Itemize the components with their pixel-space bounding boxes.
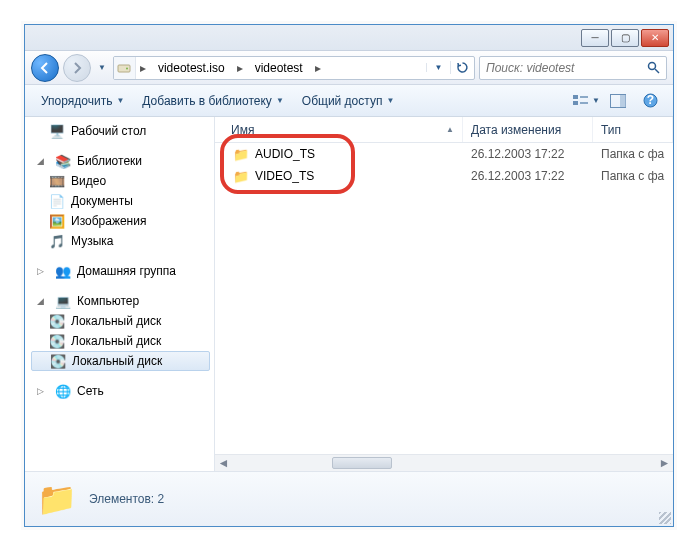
refresh-button[interactable] (450, 61, 474, 74)
tree-music[interactable]: 🎵Музыка (31, 231, 214, 251)
share-button[interactable]: Общий доступ▼ (294, 88, 403, 114)
organize-label: Упорядочить (41, 94, 112, 108)
file-date: 26.12.2003 17:22 (463, 169, 593, 183)
address-bar[interactable]: ▸ videotest.iso ▸ videotest ▸ ▼ (113, 56, 475, 80)
horizontal-scrollbar[interactable]: ◄ ► (215, 454, 673, 471)
file-date: 26.12.2003 17:22 (463, 147, 593, 161)
file-type: Папка с фа (593, 169, 673, 183)
scroll-right-icon[interactable]: ► (656, 455, 673, 472)
preview-pane-button[interactable] (603, 89, 633, 113)
col-date-header[interactable]: Дата изменения (463, 117, 593, 142)
chevron-down-icon: ▼ (276, 96, 284, 105)
scroll-thumb[interactable] (332, 457, 392, 469)
search-icon[interactable] (647, 61, 660, 74)
file-type: Папка с фа (593, 147, 673, 161)
history-dropdown-icon[interactable]: ▼ (95, 63, 109, 72)
chevron-right-icon[interactable]: ▸ (233, 61, 247, 75)
documents-icon: 📄 (49, 193, 65, 209)
svg-point-1 (126, 67, 128, 69)
search-input[interactable] (486, 61, 641, 75)
tree-video[interactable]: 🎞️Видео (31, 171, 214, 191)
drive-icon: 💽 (50, 353, 66, 369)
tree-libraries[interactable]: ◢📚Библиотеки (31, 151, 214, 171)
computer-icon: 💻 (55, 293, 71, 309)
tree-homegroup[interactable]: ▷👥Домашняя группа (31, 261, 214, 281)
folder-icon: 📁 (233, 146, 249, 162)
file-name: AUDIO_TS (255, 147, 315, 161)
nav-bar: ▼ ▸ videotest.iso ▸ videotest ▸ ▼ (25, 51, 673, 85)
addlib-label: Добавить в библиотеку (142, 94, 272, 108)
file-row[interactable]: 📁VIDEO_TS26.12.2003 17:22Папка с фа (215, 165, 673, 187)
svg-text:?: ? (646, 93, 653, 107)
tree-images[interactable]: 🖼️Изображения (31, 211, 214, 231)
search-box[interactable] (479, 56, 667, 80)
help-button[interactable]: ? (635, 89, 665, 113)
drive-icon: 💽 (49, 313, 65, 329)
breadcrumb-seg-2[interactable]: videotest (247, 57, 311, 79)
folder-icon: 📁 (233, 168, 249, 184)
col-type-header[interactable]: Тип (593, 117, 673, 142)
organize-button[interactable]: Упорядочить▼ (33, 88, 132, 114)
titlebar: ─ ▢ ✕ (25, 25, 673, 51)
chevron-right-icon[interactable]: ▸ (311, 61, 325, 75)
close-button[interactable]: ✕ (641, 29, 669, 47)
add-to-library-button[interactable]: Добавить в библиотеку▼ (134, 88, 291, 114)
chevron-down-icon: ▼ (592, 96, 600, 105)
svg-point-2 (649, 63, 656, 70)
tree-disk-3[interactable]: 💽Локальный диск (31, 351, 210, 371)
maximize-button[interactable]: ▢ (611, 29, 639, 47)
drive-icon: 💽 (49, 333, 65, 349)
tree-network[interactable]: ▷🌐Сеть (31, 381, 214, 401)
view-options-button[interactable]: ▼ (571, 89, 601, 113)
folder-icon: 📁 (37, 479, 77, 519)
tree-desktop[interactable]: 🖥️Рабочий стол (31, 121, 214, 141)
homegroup-icon: 👥 (55, 263, 71, 279)
expand-icon[interactable]: ▷ (37, 386, 49, 396)
resize-grip[interactable] (659, 512, 671, 524)
share-label: Общий доступ (302, 94, 383, 108)
svg-rect-0 (118, 65, 130, 72)
nav-tree[interactable]: 🖥️Рабочий стол ◢📚Библиотеки 🎞️Видео 📄Док… (25, 117, 215, 471)
svg-rect-4 (573, 95, 578, 99)
breadcrumb-seg-1[interactable]: videotest.iso (150, 57, 233, 79)
tree-documents[interactable]: 📄Документы (31, 191, 214, 211)
minimize-button[interactable]: ─ (581, 29, 609, 47)
svg-rect-5 (573, 101, 578, 105)
images-icon: 🖼️ (49, 213, 65, 229)
address-dropdown-icon[interactable]: ▼ (426, 63, 450, 72)
status-text: Элементов: 2 (89, 492, 164, 506)
col-name-header[interactable]: Имя▲ (215, 117, 463, 142)
file-list: Имя▲ Дата изменения Тип 📁AUDIO_TS26.12.2… (215, 117, 673, 471)
collapse-icon[interactable]: ◢ (37, 296, 49, 306)
tree-computer[interactable]: ◢💻Компьютер (31, 291, 214, 311)
tree-disk-1[interactable]: 💽Локальный диск (31, 311, 214, 331)
collapse-icon[interactable]: ◢ (37, 156, 49, 166)
back-button[interactable] (31, 54, 59, 82)
scroll-track[interactable] (232, 455, 656, 471)
libraries-icon: 📚 (55, 153, 71, 169)
network-icon: 🌐 (55, 383, 71, 399)
video-icon: 🎞️ (49, 173, 65, 189)
status-bar: 📁 Элементов: 2 (25, 471, 673, 526)
sort-asc-icon: ▲ (446, 125, 454, 134)
column-headers: Имя▲ Дата изменения Тип (215, 117, 673, 143)
scroll-left-icon[interactable]: ◄ (215, 455, 232, 472)
drive-icon (114, 57, 136, 79)
forward-button[interactable] (63, 54, 91, 82)
chevron-down-icon: ▼ (116, 96, 124, 105)
music-icon: 🎵 (49, 233, 65, 249)
chevron-down-icon: ▼ (386, 96, 394, 105)
toolbar: Упорядочить▼ Добавить в библиотеку▼ Общи… (25, 85, 673, 117)
svg-rect-9 (620, 95, 626, 107)
svg-line-3 (655, 69, 659, 73)
tree-disk-2[interactable]: 💽Локальный диск (31, 331, 214, 351)
root-chevron-icon[interactable]: ▸ (136, 61, 150, 75)
desktop-icon: 🖥️ (49, 123, 65, 139)
explorer-window: ─ ▢ ✕ ▼ ▸ videotest.iso ▸ videotest ▸ ▼ (24, 24, 674, 527)
file-name: VIDEO_TS (255, 169, 314, 183)
expand-icon[interactable]: ▷ (37, 266, 49, 276)
file-row[interactable]: 📁AUDIO_TS26.12.2003 17:22Папка с фа (215, 143, 673, 165)
